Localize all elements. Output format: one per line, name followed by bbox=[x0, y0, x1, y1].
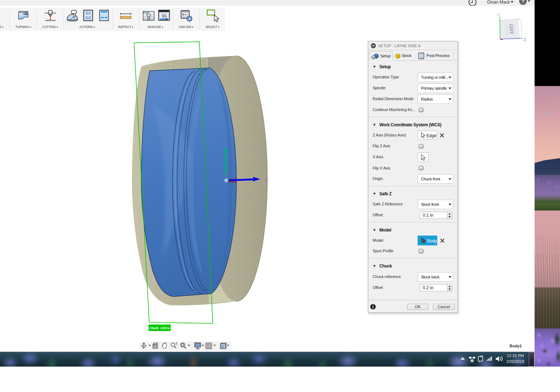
svg-text:G2: G2 bbox=[420, 56, 423, 58]
svg-text:Z: Z bbox=[523, 37, 526, 42]
svg-text:Z: Z bbox=[264, 177, 267, 182]
svg-text:G1: G1 bbox=[420, 53, 423, 56]
svg-text:Body: Body bbox=[427, 238, 437, 244]
svg-text:Chuck: -0.95 in: Chuck: -0.95 in bbox=[150, 326, 170, 330]
svg-text:Edge: Edge bbox=[426, 133, 437, 138]
svg-text:Y: Y bbox=[497, 13, 500, 17]
svg-text:Y: Y bbox=[223, 139, 226, 143]
svg-text:LEFT: LEFT bbox=[509, 24, 514, 34]
